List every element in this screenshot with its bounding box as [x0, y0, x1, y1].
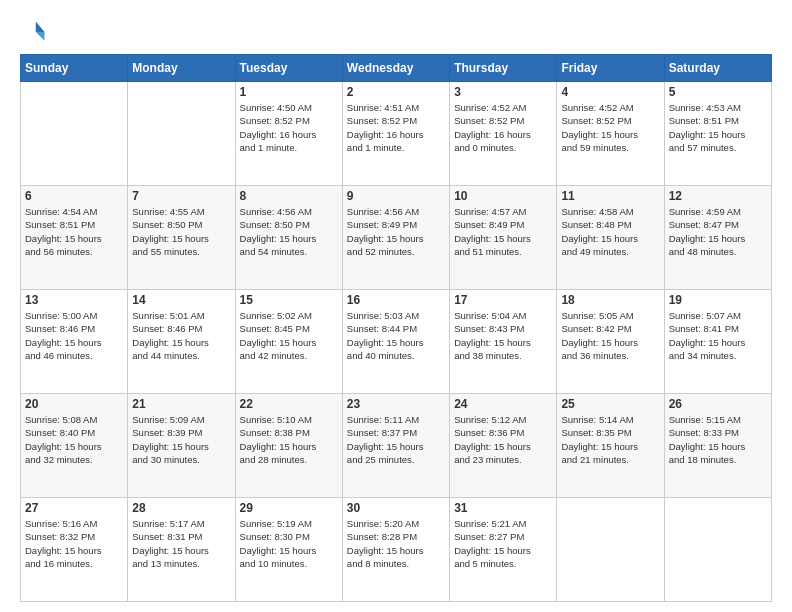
calendar-cell: 26Sunrise: 5:15 AM Sunset: 8:33 PM Dayli… — [664, 394, 771, 498]
calendar-cell: 10Sunrise: 4:57 AM Sunset: 8:49 PM Dayli… — [450, 186, 557, 290]
day-info: Sunrise: 5:19 AM Sunset: 8:30 PM Dayligh… — [240, 517, 338, 570]
calendar-cell: 7Sunrise: 4:55 AM Sunset: 8:50 PM Daylig… — [128, 186, 235, 290]
calendar-cell: 11Sunrise: 4:58 AM Sunset: 8:48 PM Dayli… — [557, 186, 664, 290]
weekday-header-sunday: Sunday — [21, 55, 128, 82]
day-number: 26 — [669, 397, 767, 411]
calendar-week-5: 27Sunrise: 5:16 AM Sunset: 8:32 PM Dayli… — [21, 498, 772, 602]
day-number: 7 — [132, 189, 230, 203]
day-number: 12 — [669, 189, 767, 203]
day-number: 20 — [25, 397, 123, 411]
day-info: Sunrise: 4:54 AM Sunset: 8:51 PM Dayligh… — [25, 205, 123, 258]
calendar-cell: 21Sunrise: 5:09 AM Sunset: 8:39 PM Dayli… — [128, 394, 235, 498]
day-info: Sunrise: 5:05 AM Sunset: 8:42 PM Dayligh… — [561, 309, 659, 362]
day-info: Sunrise: 4:52 AM Sunset: 8:52 PM Dayligh… — [561, 101, 659, 154]
calendar-cell — [557, 498, 664, 602]
day-info: Sunrise: 4:55 AM Sunset: 8:50 PM Dayligh… — [132, 205, 230, 258]
day-number: 21 — [132, 397, 230, 411]
calendar-cell: 31Sunrise: 5:21 AM Sunset: 8:27 PM Dayli… — [450, 498, 557, 602]
weekday-header-saturday: Saturday — [664, 55, 771, 82]
day-info: Sunrise: 5:11 AM Sunset: 8:37 PM Dayligh… — [347, 413, 445, 466]
day-number: 25 — [561, 397, 659, 411]
day-info: Sunrise: 5:01 AM Sunset: 8:46 PM Dayligh… — [132, 309, 230, 362]
day-info: Sunrise: 5:16 AM Sunset: 8:32 PM Dayligh… — [25, 517, 123, 570]
day-info: Sunrise: 5:12 AM Sunset: 8:36 PM Dayligh… — [454, 413, 552, 466]
day-info: Sunrise: 4:50 AM Sunset: 8:52 PM Dayligh… — [240, 101, 338, 154]
calendar-cell: 2Sunrise: 4:51 AM Sunset: 8:52 PM Daylig… — [342, 82, 449, 186]
day-number: 29 — [240, 501, 338, 515]
weekday-header-wednesday: Wednesday — [342, 55, 449, 82]
day-number: 28 — [132, 501, 230, 515]
day-number: 19 — [669, 293, 767, 307]
day-number: 24 — [454, 397, 552, 411]
day-info: Sunrise: 5:14 AM Sunset: 8:35 PM Dayligh… — [561, 413, 659, 466]
calendar-cell: 25Sunrise: 5:14 AM Sunset: 8:35 PM Dayli… — [557, 394, 664, 498]
day-number: 23 — [347, 397, 445, 411]
day-info: Sunrise: 5:04 AM Sunset: 8:43 PM Dayligh… — [454, 309, 552, 362]
logo-icon — [20, 18, 48, 46]
calendar-week-3: 13Sunrise: 5:00 AM Sunset: 8:46 PM Dayli… — [21, 290, 772, 394]
calendar-cell: 5Sunrise: 4:53 AM Sunset: 8:51 PM Daylig… — [664, 82, 771, 186]
day-number: 14 — [132, 293, 230, 307]
calendar-cell: 17Sunrise: 5:04 AM Sunset: 8:43 PM Dayli… — [450, 290, 557, 394]
weekday-header-monday: Monday — [128, 55, 235, 82]
day-info: Sunrise: 4:57 AM Sunset: 8:49 PM Dayligh… — [454, 205, 552, 258]
header — [20, 18, 772, 46]
day-number: 10 — [454, 189, 552, 203]
calendar-cell: 28Sunrise: 5:17 AM Sunset: 8:31 PM Dayli… — [128, 498, 235, 602]
day-number: 22 — [240, 397, 338, 411]
weekday-header-friday: Friday — [557, 55, 664, 82]
day-number: 15 — [240, 293, 338, 307]
day-info: Sunrise: 4:52 AM Sunset: 8:52 PM Dayligh… — [454, 101, 552, 154]
calendar-cell: 9Sunrise: 4:56 AM Sunset: 8:49 PM Daylig… — [342, 186, 449, 290]
day-info: Sunrise: 4:53 AM Sunset: 8:51 PM Dayligh… — [669, 101, 767, 154]
day-info: Sunrise: 5:15 AM Sunset: 8:33 PM Dayligh… — [669, 413, 767, 466]
calendar-week-1: 1Sunrise: 4:50 AM Sunset: 8:52 PM Daylig… — [21, 82, 772, 186]
calendar-cell: 18Sunrise: 5:05 AM Sunset: 8:42 PM Dayli… — [557, 290, 664, 394]
calendar-cell: 29Sunrise: 5:19 AM Sunset: 8:30 PM Dayli… — [235, 498, 342, 602]
page: SundayMondayTuesdayWednesdayThursdayFrid… — [0, 0, 792, 612]
calendar-table: SundayMondayTuesdayWednesdayThursdayFrid… — [20, 54, 772, 602]
day-info: Sunrise: 5:07 AM Sunset: 8:41 PM Dayligh… — [669, 309, 767, 362]
calendar-cell — [664, 498, 771, 602]
day-info: Sunrise: 4:58 AM Sunset: 8:48 PM Dayligh… — [561, 205, 659, 258]
day-info: Sunrise: 5:08 AM Sunset: 8:40 PM Dayligh… — [25, 413, 123, 466]
day-info: Sunrise: 4:59 AM Sunset: 8:47 PM Dayligh… — [669, 205, 767, 258]
day-number: 8 — [240, 189, 338, 203]
day-number: 2 — [347, 85, 445, 99]
day-info: Sunrise: 5:10 AM Sunset: 8:38 PM Dayligh… — [240, 413, 338, 466]
svg-marker-0 — [36, 22, 45, 33]
calendar-cell: 27Sunrise: 5:16 AM Sunset: 8:32 PM Dayli… — [21, 498, 128, 602]
calendar-cell: 12Sunrise: 4:59 AM Sunset: 8:47 PM Dayli… — [664, 186, 771, 290]
calendar-cell: 3Sunrise: 4:52 AM Sunset: 8:52 PM Daylig… — [450, 82, 557, 186]
calendar-cell: 15Sunrise: 5:02 AM Sunset: 8:45 PM Dayli… — [235, 290, 342, 394]
calendar-cell: 20Sunrise: 5:08 AM Sunset: 8:40 PM Dayli… — [21, 394, 128, 498]
day-info: Sunrise: 5:00 AM Sunset: 8:46 PM Dayligh… — [25, 309, 123, 362]
calendar-cell: 30Sunrise: 5:20 AM Sunset: 8:28 PM Dayli… — [342, 498, 449, 602]
day-number: 27 — [25, 501, 123, 515]
weekday-header-thursday: Thursday — [450, 55, 557, 82]
calendar-cell: 4Sunrise: 4:52 AM Sunset: 8:52 PM Daylig… — [557, 82, 664, 186]
day-number: 13 — [25, 293, 123, 307]
day-number: 17 — [454, 293, 552, 307]
day-info: Sunrise: 5:02 AM Sunset: 8:45 PM Dayligh… — [240, 309, 338, 362]
svg-marker-1 — [36, 32, 45, 41]
day-info: Sunrise: 4:51 AM Sunset: 8:52 PM Dayligh… — [347, 101, 445, 154]
day-number: 31 — [454, 501, 552, 515]
day-number: 18 — [561, 293, 659, 307]
calendar-cell: 24Sunrise: 5:12 AM Sunset: 8:36 PM Dayli… — [450, 394, 557, 498]
weekday-header-tuesday: Tuesday — [235, 55, 342, 82]
calendar-cell: 14Sunrise: 5:01 AM Sunset: 8:46 PM Dayli… — [128, 290, 235, 394]
calendar-cell: 1Sunrise: 4:50 AM Sunset: 8:52 PM Daylig… — [235, 82, 342, 186]
calendar-cell: 13Sunrise: 5:00 AM Sunset: 8:46 PM Dayli… — [21, 290, 128, 394]
day-number: 9 — [347, 189, 445, 203]
calendar-cell — [128, 82, 235, 186]
calendar-cell: 8Sunrise: 4:56 AM Sunset: 8:50 PM Daylig… — [235, 186, 342, 290]
logo — [20, 18, 52, 46]
calendar-cell: 6Sunrise: 4:54 AM Sunset: 8:51 PM Daylig… — [21, 186, 128, 290]
calendar-cell: 16Sunrise: 5:03 AM Sunset: 8:44 PM Dayli… — [342, 290, 449, 394]
day-number: 6 — [25, 189, 123, 203]
day-info: Sunrise: 4:56 AM Sunset: 8:50 PM Dayligh… — [240, 205, 338, 258]
day-number: 16 — [347, 293, 445, 307]
calendar-cell: 22Sunrise: 5:10 AM Sunset: 8:38 PM Dayli… — [235, 394, 342, 498]
day-info: Sunrise: 4:56 AM Sunset: 8:49 PM Dayligh… — [347, 205, 445, 258]
